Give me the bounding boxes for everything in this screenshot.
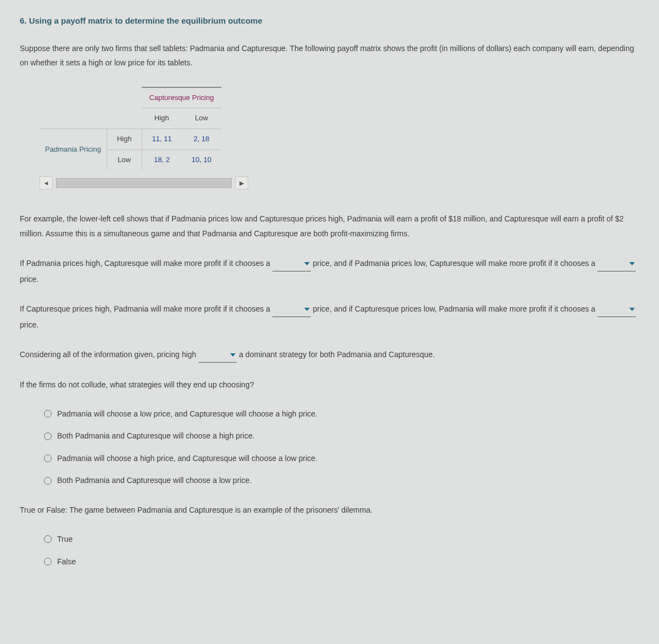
q4-option-3[interactable]: Both Padmania and Capturesque will choos… bbox=[44, 473, 639, 488]
radio-icon bbox=[44, 410, 52, 418]
radio-icon bbox=[44, 558, 52, 565]
question-4-options: Padmania will choose a low price, and Ca… bbox=[44, 407, 639, 488]
cell-hh: 11, 11 bbox=[142, 129, 182, 150]
triangle-left-icon: ◄ bbox=[43, 177, 49, 189]
question-1: If Padmania prices high, Capturesque wil… bbox=[20, 256, 639, 287]
q4-option-3-label: Both Padmania and Capturesque will choos… bbox=[57, 473, 252, 488]
payoff-matrix: Capturesque Pricing High Low Padmania Pr… bbox=[40, 87, 639, 170]
cell-lh: 18, 2 bbox=[142, 149, 182, 170]
q5-false-label: False bbox=[57, 554, 76, 569]
matrix-scrollbar: ◄ ▶ bbox=[40, 176, 248, 190]
col-high: High bbox=[142, 108, 182, 129]
q3-text-a: Considering all of the information given… bbox=[20, 350, 198, 359]
chevron-down-icon bbox=[629, 308, 635, 311]
q1-text-b: price, and if Padmania prices low, Captu… bbox=[311, 259, 597, 268]
radio-icon bbox=[44, 432, 52, 440]
question-2: If Capturesque prices high, Padmania wil… bbox=[20, 301, 639, 332]
q5-true-label: True bbox=[57, 532, 72, 547]
triangle-right-icon: ▶ bbox=[239, 177, 244, 189]
q3-dropdown[interactable] bbox=[198, 347, 237, 363]
chevron-down-icon bbox=[629, 262, 635, 265]
radio-icon bbox=[44, 454, 52, 462]
chevron-down-icon bbox=[304, 262, 310, 265]
row-high: High bbox=[107, 129, 142, 150]
chevron-down-icon bbox=[304, 308, 310, 311]
q4-option-0[interactable]: Padmania will choose a low price, and Ca… bbox=[44, 407, 639, 421]
intro-text: Suppose there are only two firms that se… bbox=[20, 41, 639, 70]
q1-text-a: If Padmania prices high, Capturesque wil… bbox=[20, 259, 272, 268]
q4-option-1[interactable]: Both Padmania and Capturesque will choos… bbox=[44, 429, 639, 443]
cell-hl: 2, 18 bbox=[182, 129, 221, 150]
q1-text-c: price. bbox=[20, 275, 38, 284]
q2-text-a: If Capturesque prices high, Padmania wil… bbox=[20, 304, 272, 313]
radio-icon bbox=[44, 477, 52, 485]
q2-text-c: price. bbox=[20, 320, 38, 329]
q4-option-2-label: Padmania will choose a high price, and C… bbox=[57, 451, 317, 466]
scroll-track[interactable] bbox=[56, 178, 232, 188]
question-title: 6. Using a payoff matrix to determine th… bbox=[20, 13, 639, 29]
q2-text-b: price, and if Capturesque prices low, Pa… bbox=[311, 304, 597, 313]
q2-dropdown-2[interactable] bbox=[597, 301, 636, 317]
col-player-label: Capturesque Pricing bbox=[142, 87, 221, 108]
row-player-label: Padmania Pricing bbox=[40, 129, 107, 170]
q1-dropdown-2[interactable] bbox=[597, 256, 636, 271]
q5-option-true[interactable]: True bbox=[44, 532, 639, 547]
q2-dropdown-1[interactable] bbox=[272, 301, 311, 317]
q5-option-false[interactable]: False bbox=[44, 554, 639, 569]
question-4-prompt: If the firms do not collude, what strate… bbox=[20, 377, 639, 392]
row-low: Low bbox=[107, 149, 142, 170]
example-text: For example, the lower-left cell shows t… bbox=[20, 212, 639, 241]
q4-option-1-label: Both Padmania and Capturesque will choos… bbox=[57, 429, 255, 443]
radio-icon bbox=[44, 535, 52, 543]
q3-text-b: a dominant strategy for both Padmania an… bbox=[237, 350, 434, 359]
question-5-prompt: True or False: The game between Padmania… bbox=[20, 502, 639, 518]
question-5-options: True False bbox=[44, 532, 639, 569]
scroll-left-button[interactable]: ◄ bbox=[40, 176, 53, 190]
col-low: Low bbox=[182, 108, 221, 129]
cell-ll: 10, 10 bbox=[182, 149, 221, 170]
q4-option-2[interactable]: Padmania will choose a high price, and C… bbox=[44, 451, 639, 466]
q4-option-0-label: Padmania will choose a low price, and Ca… bbox=[57, 407, 317, 421]
scroll-right-button[interactable]: ▶ bbox=[235, 176, 248, 190]
question-3: Considering all of the information given… bbox=[20, 347, 639, 363]
chevron-down-icon bbox=[230, 353, 236, 357]
q1-dropdown-1[interactable] bbox=[272, 256, 311, 271]
